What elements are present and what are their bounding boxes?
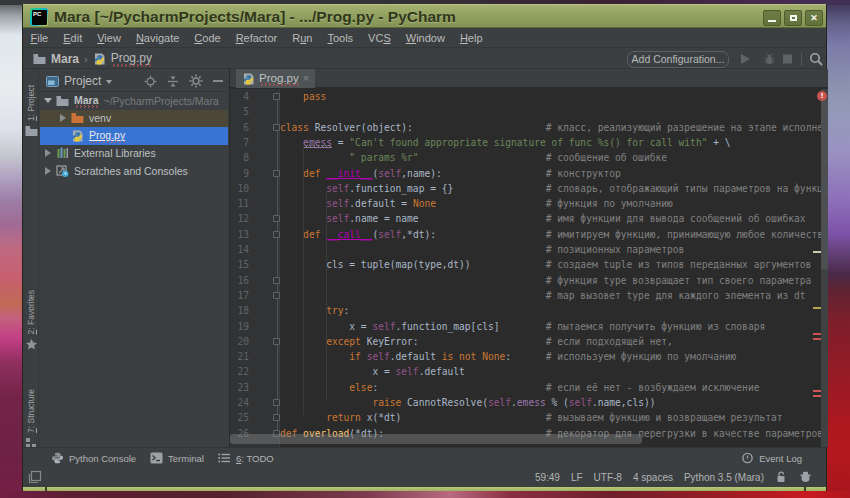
code-text[interactable]: raise CannotResolve(self.emess % (self.n… xyxy=(280,395,821,410)
toolwindow-button-terminal[interactable]: Terminal xyxy=(150,452,204,464)
stop-icon[interactable] xyxy=(783,54,792,63)
fold-marker-icon[interactable] xyxy=(273,292,280,299)
minimize-button[interactable] xyxy=(763,10,781,26)
code-text[interactable]: # map вызовет type для каждого элемента … xyxy=(280,288,821,303)
code-text[interactable]: except KeyError: # если подходящей нет, xyxy=(280,334,821,349)
toolwindow-button-python-console[interactable]: Python Console xyxy=(51,452,136,464)
code-text[interactable]: x = self.function_map[cls] # пытаемся по… xyxy=(280,319,821,334)
menu-view[interactable]: View xyxy=(90,32,129,44)
code-line-4: 4 pass xyxy=(230,89,828,104)
collapsed-arrow-icon[interactable] xyxy=(45,149,51,157)
chevron-down-icon[interactable] xyxy=(106,80,112,84)
code-text[interactable]: class Resolver(object): # класс, реализу… xyxy=(280,120,821,135)
titlebar[interactable]: PC Mara [~/PycharmProjects/Mara] - .../P… xyxy=(23,4,826,28)
tree-row-prog-py[interactable]: Prog.py xyxy=(40,127,228,145)
error-stripe-mark[interactable] xyxy=(813,390,821,392)
debug-icon[interactable] xyxy=(763,52,776,65)
tree-row-external-libraries[interactable]: External Libraries xyxy=(40,145,228,163)
lock-icon[interactable] xyxy=(775,471,788,483)
tab-prog-py[interactable]: Prog.py × xyxy=(236,69,315,88)
status-line-separator[interactable]: LF xyxy=(571,472,583,483)
code-text[interactable]: if self.default is not None: # используе… xyxy=(280,349,821,364)
maximize-button[interactable] xyxy=(784,10,802,26)
code-token: ,name): xyxy=(401,168,441,179)
fold-marker-icon[interactable] xyxy=(273,215,280,222)
error-stripe-mark[interactable] xyxy=(813,251,821,253)
menu-edit[interactable]: Edit xyxy=(56,32,90,44)
stripe-button-favorites[interactable]: 2: Favorites xyxy=(23,290,39,350)
menu-tools[interactable]: Tools xyxy=(320,32,361,44)
expanded-arrow-icon[interactable] xyxy=(44,98,52,103)
error-stripe-mark[interactable] xyxy=(813,338,821,340)
fold-marker-icon[interactable] xyxy=(273,338,280,345)
fold-marker-icon[interactable] xyxy=(273,414,280,421)
code-text[interactable]: # функция type возвращает тип своего пар… xyxy=(280,273,821,288)
error-stripe-mark[interactable] xyxy=(813,395,821,397)
code-line-24: 24 raise CannotResolve(self.emess % (sel… xyxy=(230,395,828,410)
horizontal-scrollbar-thumb[interactable] xyxy=(230,434,642,444)
code-text[interactable]: self.function_map = {} # словарь, отобра… xyxy=(280,181,821,196)
collapse-all-icon[interactable] xyxy=(167,75,179,88)
menu-code[interactable]: Code xyxy=(187,32,228,44)
status-interpreter[interactable]: Python 3.5 (Mara) xyxy=(684,472,764,483)
code-text[interactable]: cls = tuple(map(type,dt)) # создаем tupl… xyxy=(280,257,821,272)
tab-close-icon[interactable]: × xyxy=(303,73,309,84)
menu-file[interactable]: File xyxy=(23,32,56,44)
project-panel-title[interactable]: Project xyxy=(64,74,101,88)
gear-icon[interactable] xyxy=(189,74,203,88)
fold-marker-icon[interactable] xyxy=(273,93,280,100)
menu-navigate[interactable]: Navigate xyxy=(128,32,186,44)
folder-orange-icon xyxy=(71,112,84,124)
line-number: 4 xyxy=(230,89,249,104)
status-encoding[interactable]: UTF-8 xyxy=(594,472,622,483)
menu-vcs[interactable]: VCS xyxy=(361,32,399,44)
stripe-button-structure[interactable]: 7: Structure xyxy=(23,389,39,449)
tree-row-venv[interactable]: venv xyxy=(40,110,228,128)
locate-icon[interactable] xyxy=(144,75,157,88)
close-button[interactable]: ✕ xyxy=(805,10,823,26)
code-text[interactable]: else: # если её нет - возбуждаем исключе… xyxy=(280,380,821,395)
code-text[interactable]: # позиционных параметров xyxy=(280,242,821,257)
error-indicator-icon[interactable]: ! xyxy=(817,91,827,101)
code-text[interactable]: self.name = name # имя функции для вывод… xyxy=(280,211,821,226)
toolwindow-button-6-todo[interactable]: 6: TODO xyxy=(218,452,274,464)
menu-help[interactable]: Help xyxy=(452,32,490,44)
toolwindow-button-event-log[interactable]: Event Log xyxy=(741,452,802,464)
code-text[interactable]: x = self.default xyxy=(280,364,821,379)
fold-marker-icon[interactable] xyxy=(273,277,280,284)
collapsed-arrow-icon[interactable] xyxy=(60,114,66,122)
tree-row-scratches-and-consoles[interactable]: Scratches and Consoles xyxy=(40,162,228,180)
run-icon[interactable] xyxy=(741,54,750,64)
code-line-13: 13 def __call__(self,*dt): # имитируем ф… xyxy=(230,227,828,242)
stripe-button-project[interactable]: 1: Project xyxy=(23,85,39,137)
code-padding xyxy=(471,259,546,270)
error-stripe-mark[interactable] xyxy=(813,307,821,309)
fold-connector-line xyxy=(277,99,278,432)
code-text[interactable]: def __call__(self,*dt): # имитируем функ… xyxy=(280,227,821,242)
fold-marker-icon[interactable] xyxy=(273,124,280,131)
hector-icon[interactable] xyxy=(799,471,812,483)
menu-window[interactable]: Window xyxy=(398,32,452,44)
code-text[interactable]: return x(*dt) # вызываем функцию и возвр… xyxy=(280,410,821,425)
code-line-15: 15 cls = tuple(map(type,dt)) # создаем t… xyxy=(230,257,828,272)
fold-marker-icon[interactable] xyxy=(273,231,280,238)
menu-run[interactable]: Run xyxy=(285,32,320,44)
code-text[interactable]: def __init__(self,name): # конструктор xyxy=(280,166,821,181)
code-text[interactable]: pass xyxy=(280,89,821,104)
hide-panel-icon[interactable] xyxy=(213,80,223,82)
code-text[interactable]: self.default = None # функция по умолчан… xyxy=(280,196,821,211)
collapsed-arrow-icon[interactable] xyxy=(45,167,51,175)
fold-marker-icon[interactable] xyxy=(273,399,280,406)
tree-row-mara[interactable]: Mara~/PycharmProjects/Mara xyxy=(40,92,228,110)
status-caret-position[interactable]: 59:49 xyxy=(535,472,560,483)
code-area[interactable]: 4 pass56class Resolver(object): # класс,… xyxy=(230,89,828,447)
status-indent[interactable]: 4 spaces xyxy=(633,472,673,483)
code-text[interactable]: emess = "Can't found appropriate signatu… xyxy=(280,135,821,150)
menu-refactor[interactable]: Refactor xyxy=(228,32,285,44)
error-stripe-mark[interactable] xyxy=(813,333,821,335)
fold-marker-icon[interactable] xyxy=(273,170,280,177)
code-text[interactable]: " params %r" # сообщение об ошибке xyxy=(280,150,821,165)
toolwindow-toggle-icon[interactable] xyxy=(28,470,42,484)
code-text[interactable]: try: xyxy=(280,303,821,318)
search-icon[interactable] xyxy=(809,52,823,66)
